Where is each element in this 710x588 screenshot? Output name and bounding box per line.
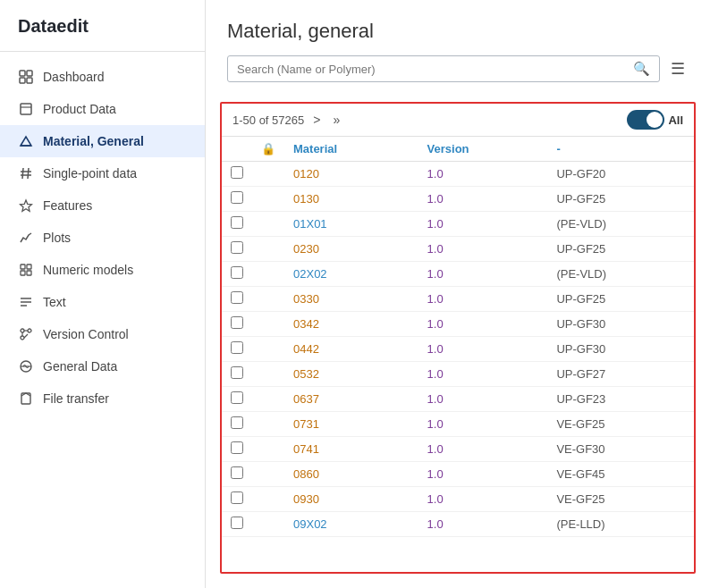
row-checkbox[interactable] — [231, 191, 243, 204]
sidebar-item-numeric-models[interactable]: Numeric models — [0, 254, 205, 286]
row-checkbox-cell[interactable] — [222, 312, 252, 337]
row-checkbox-cell[interactable] — [222, 412, 252, 437]
row-material-cell[interactable]: 0930 — [284, 487, 418, 512]
sidebar-item-dashboard[interactable]: Dashboard — [0, 61, 205, 93]
table-row: 0330 1.0 UP-GF25 — [222, 287, 694, 312]
row-version-cell: 1.0 — [418, 237, 548, 262]
material-link[interactable]: 0130 — [293, 192, 319, 206]
material-link[interactable]: 01X01 — [293, 217, 327, 231]
row-checkbox-cell[interactable] — [222, 262, 252, 287]
material-link[interactable]: 0442 — [293, 342, 319, 356]
sidebar-plots-label: Plots — [43, 231, 71, 245]
row-checkbox[interactable] — [231, 216, 243, 229]
row-checkbox[interactable] — [231, 416, 243, 429]
row-checkbox-cell[interactable] — [222, 387, 252, 412]
row-checkbox[interactable] — [231, 391, 243, 404]
version-value: 1.0 — [427, 167, 444, 181]
row-checkbox[interactable] — [231, 266, 243, 279]
sidebar-item-version-control[interactable]: Version Control — [0, 318, 205, 350]
row-checkbox[interactable] — [231, 241, 243, 254]
row-material-cell[interactable]: 0532 — [284, 362, 418, 387]
row-checkbox[interactable] — [231, 466, 243, 479]
row-checkbox[interactable] — [231, 291, 243, 304]
material-link[interactable]: 0230 — [293, 242, 319, 256]
row-material-cell[interactable]: 0130 — [284, 187, 418, 212]
row-version-cell: 1.0 — [418, 212, 548, 237]
row-version-cell: 1.0 — [418, 337, 548, 362]
all-toggle[interactable] — [627, 110, 664, 130]
material-link[interactable]: 0342 — [293, 317, 319, 331]
row-checkbox-cell[interactable] — [222, 337, 252, 362]
svg-line-23 — [24, 334, 28, 338]
row-material-cell[interactable]: 0342 — [284, 312, 418, 337]
row-material-cell[interactable]: 0230 — [284, 237, 418, 262]
row-checkbox[interactable] — [231, 341, 243, 354]
material-link[interactable]: 0330 — [293, 292, 319, 306]
row-material-cell[interactable]: 0120 — [284, 162, 418, 187]
row-material-cell[interactable]: 0731 — [284, 412, 418, 437]
row-checkbox-cell[interactable] — [222, 512, 252, 537]
material-link[interactable]: 0532 — [293, 367, 319, 381]
row-checkbox[interactable] — [231, 491, 243, 504]
sidebar-item-features[interactable]: Features — [0, 189, 205, 222]
material-link[interactable]: 09X02 — [293, 517, 327, 531]
sidebar-item-file-transfer[interactable]: File transfer — [0, 382, 205, 415]
row-checkbox[interactable] — [231, 316, 243, 329]
material-link[interactable]: 0930 — [293, 492, 319, 506]
row-material-cell[interactable]: 0637 — [284, 387, 418, 412]
row-lock-cell — [252, 237, 284, 262]
menu-icon[interactable]: ☰ — [667, 55, 689, 82]
col-header-version[interactable]: Version — [418, 137, 548, 162]
sidebar-item-single-point[interactable]: Single-point data — [0, 157, 205, 189]
version-value: 1.0 — [427, 367, 444, 381]
app-title: Dataedit — [0, 0, 205, 52]
material-link[interactable]: 0731 — [293, 417, 319, 431]
row-checkbox-cell[interactable] — [222, 237, 252, 262]
row-material-cell[interactable]: 0330 — [284, 287, 418, 312]
search-box[interactable]: 🔍 — [227, 55, 660, 82]
search-icon[interactable]: 🔍 — [633, 61, 650, 77]
row-checkbox-cell[interactable] — [222, 162, 252, 187]
row-checkbox-cell[interactable] — [222, 287, 252, 312]
col-header-material[interactable]: Material — [284, 137, 418, 162]
search-input[interactable] — [237, 63, 633, 76]
material-link[interactable]: 0860 — [293, 467, 319, 481]
main-content: Material, general 🔍 ☰ 1-50 of 57265 > » … — [206, 0, 710, 588]
row-checkbox-cell[interactable] — [222, 487, 252, 512]
sidebar-item-text[interactable]: Text — [0, 286, 205, 318]
row-material-cell[interactable]: 0860 — [284, 462, 418, 487]
row-checkbox-cell[interactable] — [222, 462, 252, 487]
row-checkbox[interactable] — [231, 166, 243, 179]
row-checkbox-cell[interactable] — [222, 187, 252, 212]
sidebar-item-material-general[interactable]: Material, General — [0, 125, 205, 157]
pagination-last-button[interactable]: » — [329, 111, 343, 129]
row-checkbox-cell[interactable] — [222, 437, 252, 462]
table-row: 0532 1.0 UP-GF27 — [222, 362, 694, 387]
svg-line-8 — [28, 168, 29, 179]
toggle-knob — [647, 112, 663, 128]
row-material-cell[interactable]: 09X02 — [284, 512, 418, 537]
version-value: 1.0 — [427, 467, 444, 481]
sidebar-general-data-label: General Data — [43, 359, 117, 374]
table-row: 0741 1.0 VE-GF30 — [222, 437, 694, 462]
row-checkbox[interactable] — [231, 517, 243, 529]
material-link[interactable]: 0637 — [293, 392, 319, 406]
sidebar-item-general-data[interactable]: General Data — [0, 350, 205, 382]
sidebar-file-label: File transfer — [43, 391, 109, 406]
row-checkbox-cell[interactable] — [222, 362, 252, 387]
row-material-cell[interactable]: 02X02 — [284, 262, 418, 287]
row-checkbox-cell[interactable] — [222, 212, 252, 237]
material-link[interactable]: 02X02 — [293, 267, 327, 281]
row-checkbox[interactable] — [231, 441, 243, 454]
table-scroll[interactable]: 🔒 Material Version - 0120 1.0 UP-GF20 — [222, 137, 694, 572]
sidebar-item-product-data[interactable]: Product Data — [0, 93, 205, 125]
row-material-cell[interactable]: 0741 — [284, 437, 418, 462]
pagination-next-button[interactable]: > — [309, 111, 324, 129]
features-icon — [18, 197, 34, 214]
material-link[interactable]: 0120 — [293, 167, 319, 181]
row-material-cell[interactable]: 01X01 — [284, 212, 418, 237]
sidebar-item-plots[interactable]: Plots — [0, 222, 205, 254]
row-checkbox[interactable] — [231, 366, 243, 379]
row-material-cell[interactable]: 0442 — [284, 337, 418, 362]
material-link[interactable]: 0741 — [293, 442, 319, 456]
